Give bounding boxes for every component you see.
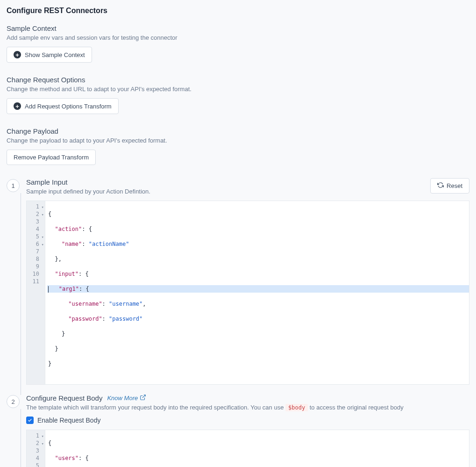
sample-context-section: Sample Context Add sample env vars and s… [7, 24, 469, 63]
request-body-editor[interactable]: 1▾ 2▾ 3 4 5 6 { "users": { "name": {{$bo… [26, 430, 469, 467]
remove-payload-transform-label: Remove Payload Transform [14, 154, 89, 161]
refresh-icon [437, 182, 444, 190]
step-2-desc: The template which will transform your r… [26, 404, 469, 411]
know-more-link[interactable]: Know More [107, 394, 146, 402]
sample-context-desc: Add sample env vars and session vars for… [7, 34, 469, 41]
remove-payload-transform-button[interactable]: Remove Payload Transform [7, 150, 96, 165]
change-request-options-heading: Change Request Options [7, 76, 469, 84]
enable-request-body-label: Enable Request Body [37, 417, 100, 424]
sample-context-heading: Sample Context [7, 24, 469, 32]
step-2: 2 Configure Request Body Know More The t… [7, 394, 469, 467]
add-request-options-transform-button[interactable]: + Add Request Options Transform [7, 98, 119, 114]
step-2-title: Configure Request Body [26, 394, 102, 402]
change-request-options-desc: Change the method and URL to adapt to yo… [7, 86, 469, 93]
change-payload-heading: Change Payload [7, 127, 469, 135]
step-1-number: 1 [7, 179, 20, 192]
step-1: 1 Sample Input Sample input defined by y… [7, 178, 469, 394]
show-sample-context-button[interactable]: + Show Sample Context [7, 47, 92, 63]
body-code-tag: $body [285, 404, 308, 411]
step-1-title: Sample Input [26, 178, 150, 186]
sample-input-editor[interactable]: 1▾ 2▾ 3 4 5▾ 6▾ 7 8 9 10 11 { "action": … [26, 201, 469, 385]
editor-body[interactable]: { "action": { "name": "actionName" }, "i… [45, 201, 469, 384]
change-payload-desc: Change the payload to adapt to your API'… [7, 137, 469, 144]
plus-circle-icon: + [14, 51, 21, 58]
plus-circle-icon: + [14, 102, 21, 110]
show-sample-context-label: Show Sample Context [25, 51, 85, 58]
editor-gutter: 1▾ 2▾ 3 4 5▾ 6▾ 7 8 9 10 11 [27, 201, 45, 384]
add-request-options-transform-label: Add Request Options Transform [25, 103, 112, 110]
step-2-number: 2 [7, 395, 20, 408]
reset-label: Reset [447, 182, 462, 189]
enable-request-body-row: Enable Request Body [26, 417, 469, 424]
external-link-icon [140, 394, 146, 402]
enable-request-body-checkbox[interactable] [26, 417, 34, 424]
step-1-desc: Sample input defined by your Action Defi… [26, 188, 150, 195]
editor-body[interactable]: { "users": { "name": {{$body.input.arg1.… [45, 430, 469, 467]
change-request-options-section: Change Request Options Change the method… [7, 76, 469, 114]
editor-gutter: 1▾ 2▾ 3 4 5 6 [27, 430, 45, 467]
know-more-label: Know More [107, 395, 138, 402]
check-icon [28, 418, 32, 423]
change-payload-section: Change Payload Change the payload to ada… [7, 127, 469, 165]
steps-container: 1 Sample Input Sample input defined by y… [7, 178, 469, 467]
page-title: Configure REST Connectors [7, 7, 469, 15]
reset-button[interactable]: Reset [430, 178, 469, 194]
